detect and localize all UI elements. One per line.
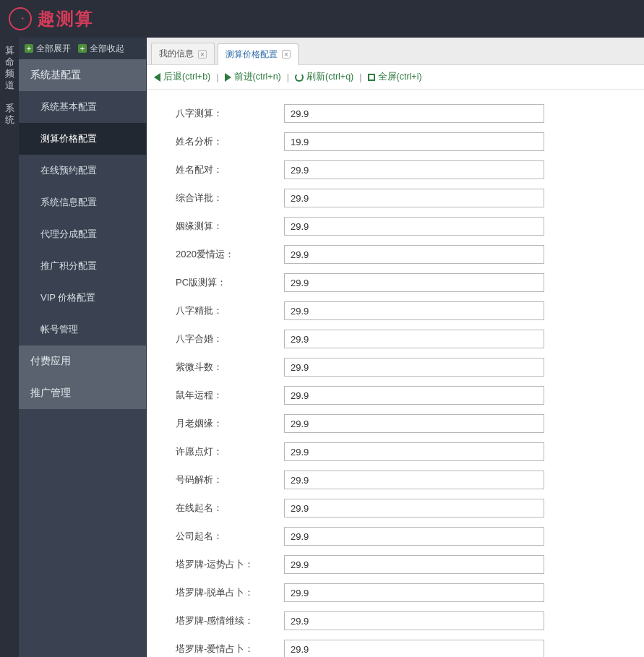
price-input[interactable] <box>284 330 544 348</box>
sidebar-item[interactable]: 在线预约配置 <box>19 155 146 186</box>
sidebar-item-label: 代理分成配置 <box>40 228 97 241</box>
sidebar-item-label: VIP 价格配置 <box>40 291 95 304</box>
price-input[interactable] <box>284 471 544 489</box>
form-row: 塔罗牌-脱单占卜： <box>176 583 615 602</box>
sidebar-item-label: 系统基配置 <box>30 69 81 82</box>
form-row: 塔罗牌-感情维续： <box>176 611 615 630</box>
form-row: 八字合婚： <box>176 330 615 348</box>
form-label: 姓名配对： <box>176 163 284 176</box>
price-input[interactable] <box>284 104 544 123</box>
price-input[interactable] <box>284 555 544 574</box>
price-input[interactable] <box>284 640 544 657</box>
price-input[interactable] <box>284 273 544 292</box>
form-label: 八字合婚： <box>176 332 284 345</box>
sidebar-item-label: 推广积分配置 <box>40 259 97 272</box>
price-input[interactable] <box>284 245 544 264</box>
sidebar-item[interactable]: 系统基本配置 <box>19 91 146 123</box>
sidebar-item-label: 推广管理 <box>30 387 71 400</box>
logo-icon <box>9 7 32 30</box>
refresh-icon <box>295 73 304 82</box>
price-input[interactable] <box>284 160 544 179</box>
brand-name: 趣测算 <box>38 7 94 30</box>
form-label: 八字测算： <box>176 107 284 120</box>
form-row: 姓名配对： <box>176 160 615 179</box>
vertical-nav: 算命频道 系统 <box>0 38 19 657</box>
form-label: 姻缘测算： <box>176 220 284 233</box>
form-row: 紫微斗数： <box>176 358 615 377</box>
price-input[interactable] <box>284 189 544 207</box>
price-input[interactable] <box>284 527 544 546</box>
form-row: 许愿点灯： <box>176 442 615 461</box>
price-input[interactable] <box>284 386 544 405</box>
form-label: 许愿点灯： <box>176 445 284 458</box>
sidebar-item-label: 系统基本配置 <box>40 100 97 113</box>
collapse-all-button[interactable]: +全部收起 <box>78 43 124 55</box>
price-input[interactable] <box>284 217 544 236</box>
form-row: 姓名分析： <box>176 132 615 151</box>
price-input[interactable] <box>284 583 544 602</box>
forward-button[interactable]: 前进(ctrl+n) <box>225 71 281 83</box>
form-row: 2020爱情运： <box>176 245 615 264</box>
sidebar-item-label: 在线预约配置 <box>40 164 97 177</box>
sidebar-group-header[interactable]: 系统基配置 <box>19 59 146 91</box>
sidebar-item[interactable]: 帐号管理 <box>19 314 146 345</box>
refresh-button[interactable]: 刷新(ctrl+q) <box>295 71 353 83</box>
form-row: 号码解析： <box>176 471 615 489</box>
form-label: 塔罗牌-运势占卜： <box>176 558 284 571</box>
separator: | <box>287 72 289 82</box>
form-row: 鼠年运程： <box>176 386 615 405</box>
sidebar-group-header[interactable]: 付费应用 <box>19 345 146 377</box>
tab-bar: 我的信息×测算价格配置× <box>147 38 644 65</box>
close-icon[interactable]: × <box>282 50 291 59</box>
tab-label: 我的信息 <box>159 48 194 60</box>
arrow-right-icon <box>225 73 231 82</box>
form-row: 塔罗牌-爱情占卜： <box>176 640 615 657</box>
sidebar-item[interactable]: 代理分成配置 <box>19 218 146 250</box>
form-row: 塔罗牌-运势占卜： <box>176 555 615 574</box>
form-label: 公司起名： <box>176 530 284 543</box>
form-label: 月老姻缘： <box>176 417 284 430</box>
form-label: 号码解析： <box>176 473 284 486</box>
form-label: 2020爱情运： <box>176 248 284 261</box>
sidebar-item[interactable]: 测算价格配置 <box>19 123 146 155</box>
price-form: 八字测算：姓名分析：姓名配对：综合详批：姻缘测算：2020爱情运：PC版测算：八… <box>147 90 644 657</box>
form-row: 月老姻缘： <box>176 414 615 433</box>
close-icon[interactable]: × <box>198 50 207 59</box>
separator: | <box>216 72 218 82</box>
expand-all-button[interactable]: +全部展开 <box>25 43 71 55</box>
top-header: 趣测算 <box>0 0 644 38</box>
back-button[interactable]: 后退(ctrl+b) <box>154 71 210 83</box>
price-input[interactable] <box>284 442 544 461</box>
sidebar-item-label: 帐号管理 <box>40 323 78 336</box>
tab[interactable]: 测算价格配置× <box>218 43 299 65</box>
price-input[interactable] <box>284 358 544 377</box>
price-input[interactable] <box>284 499 544 518</box>
sidebar-item[interactable]: 系统信息配置 <box>19 186 146 218</box>
separator: | <box>359 72 361 82</box>
form-label: 八字精批： <box>176 304 284 317</box>
form-label: 塔罗牌-感情维续： <box>176 614 284 627</box>
sidebar-item-label: 系统信息配置 <box>40 196 97 209</box>
sidebar-item[interactable]: VIP 价格配置 <box>19 282 146 314</box>
price-input[interactable] <box>284 414 544 433</box>
tab[interactable]: 我的信息× <box>151 43 215 64</box>
form-label: PC版测算： <box>176 276 284 289</box>
plus-icon: + <box>78 44 87 53</box>
fullscreen-icon <box>368 74 375 81</box>
sidebar-group-header[interactable]: 推广管理 <box>19 377 146 409</box>
form-label: 在线起名： <box>176 502 284 515</box>
form-row: 八字测算： <box>176 104 615 123</box>
tab-label: 测算价格配置 <box>226 48 278 61</box>
form-row: 综合详批： <box>176 189 615 207</box>
form-label: 塔罗牌-爱情占卜： <box>176 643 284 656</box>
price-input[interactable] <box>284 301 544 320</box>
sidebar-item[interactable]: 推广积分配置 <box>19 250 146 282</box>
fullscreen-button[interactable]: 全屏(ctrl+i) <box>368 71 422 83</box>
expand-controls: +全部展开 +全部收起 <box>19 38 146 59</box>
form-label: 紫微斗数： <box>176 361 284 374</box>
vertical-nav-item[interactable]: 算命频道 系统 <box>0 45 19 137</box>
price-input[interactable] <box>284 611 544 630</box>
form-row: PC版测算： <box>176 273 615 292</box>
price-input[interactable] <box>284 132 544 151</box>
toolbar: 后退(ctrl+b) | 前进(ctrl+n) | 刷新(ctrl+q) | 全… <box>147 65 644 90</box>
